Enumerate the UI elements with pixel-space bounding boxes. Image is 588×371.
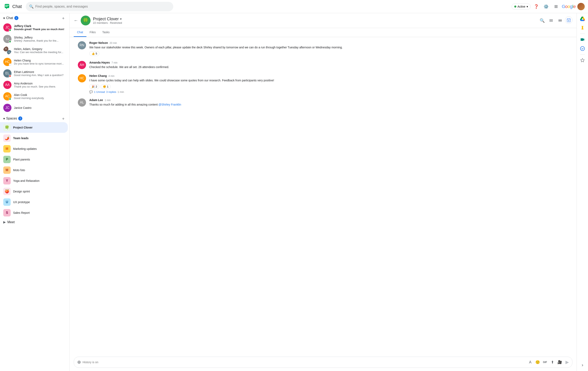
search-bar[interactable]: 🔍 [26, 2, 173, 11]
space-icon-ux-prototype: U [3, 198, 11, 206]
help-button[interactable]: ❓ [532, 2, 540, 11]
rail-divider-2 [580, 54, 585, 55]
header-toggle-sidebar-button[interactable] [547, 16, 555, 25]
chat-badge: 1 [14, 16, 18, 20]
chat-add-button[interactable]: ＋ [60, 15, 66, 21]
video-button[interactable]: 🎥 [556, 359, 563, 365]
tabs: Chat Files Tasks [70, 28, 577, 37]
chat-name-janice: Janice Castro [14, 106, 64, 109]
msg-text-helen: I have some cycles today and can help wi… [89, 78, 568, 83]
space-icon-yoga: Y [3, 177, 11, 185]
tab-tasks[interactable]: Tasks [99, 28, 113, 37]
meet-chevron-icon: ▶ [3, 220, 6, 224]
space-item-marketing[interactable]: M Marketing updates [0, 143, 68, 154]
space-header-name-button[interactable]: Project Clover ▾ [93, 17, 536, 21]
tasks-rail-button[interactable] [578, 44, 587, 53]
msg-header-adam: Adam Lee 1 min [89, 98, 568, 102]
chat-preview-helen-chang: Do you have time to sync tomorrow mori..… [14, 62, 64, 65]
tab-files[interactable]: Files [86, 28, 99, 37]
input-add-button[interactable]: ⊕ [77, 360, 81, 365]
reaction-thumbsup-roger[interactable]: 👍 5 [89, 51, 99, 56]
spaces-badge: 2 [18, 116, 22, 120]
active-dropdown-icon: ▾ [526, 5, 528, 8]
reaction-party-helen[interactable]: 🎉 2 [89, 84, 99, 89]
msg-mention-shirley: @Shirley Franklin [158, 103, 181, 106]
space-name-sales-report: Sales Report [13, 211, 30, 214]
avatar-roger: RN [78, 41, 86, 49]
chat-content-ethan: Ethan Lattimore Good morning Ann. May I … [14, 70, 64, 77]
calendar-app-button[interactable]: 31 [565, 16, 572, 24]
meet-section[interactable]: ▶ Meet [0, 218, 69, 226]
search-input[interactable] [35, 5, 170, 8]
thread-info-helen[interactable]: 💬 1 Unread 3 replies 1 min [89, 90, 568, 93]
search-icon: 🔍 [29, 4, 34, 9]
user-avatar[interactable] [577, 3, 585, 10]
chat-item-shirley-jeffery[interactable]: SJ Shirley, Jeffery Shirley: Awesome, th… [0, 33, 68, 45]
spaces-section-header[interactable]: ▾ Spaces 2 ＋ [0, 114, 69, 122]
space-item-team-leads[interactable]: 🌶️ Team leads [0, 133, 68, 143]
chat-preview-helen-adam: You: Can we reschedule the meeting for..… [14, 51, 64, 54]
expand-rail-button[interactable] [578, 361, 587, 369]
avatar-shirley-jeffery: SJ [3, 35, 11, 43]
upload-button[interactable]: ⬆ [549, 359, 556, 365]
meet-rail-button[interactable] [578, 35, 587, 44]
reaction-bar-helen: 🎉 2 ✊ 1 [89, 84, 568, 89]
back-button[interactable]: ← [74, 18, 78, 23]
space-item-yoga[interactable]: Y Yoga and Relaxation [0, 175, 68, 186]
space-name-ux-prototype: UX prototype [13, 200, 30, 204]
star-rail-button[interactable] [578, 56, 587, 64]
chat-section-header[interactable]: ▾ Chat 1 ＋ [0, 13, 69, 22]
msg-content-roger: Roger Nelson 20 min We have our stakehol… [89, 41, 568, 56]
drive-rail-button[interactable] [578, 15, 587, 23]
chat-item-helen-chang[interactable]: HC Helen Chang Do you have time to sync … [0, 56, 68, 68]
emoji-button[interactable]: 🙂 [534, 359, 541, 365]
space-header-info: Project Clover ▾ 22 members · Restricted [93, 17, 536, 24]
space-item-ux-prototype[interactable]: U UX prototype [0, 197, 68, 207]
reaction-bar-roger: 👍 5 [89, 51, 568, 56]
topbar: Chat 🔍 Active ▾ ❓ ⚙️ Google [0, 0, 588, 13]
send-button[interactable]: ▶ [566, 360, 569, 365]
space-icon-sales-report: S [3, 209, 11, 217]
chat-item-ethan[interactable]: EL Ethan Lattimore Good morning Ann. May… [0, 68, 68, 79]
chat-main: ← 🍀 Project Clover ▾ 22 members · Restri… [70, 13, 577, 371]
settings-button[interactable]: ⚙️ [542, 2, 550, 11]
spaces-add-button[interactable]: ＋ [60, 116, 66, 121]
spaces-section-label: Spaces [6, 117, 17, 120]
message-input[interactable] [83, 360, 525, 364]
keep-rail-button[interactable] [578, 24, 587, 32]
chat-content-jeffery: Jeffery Clark Sounds great! Thank you so… [14, 24, 64, 31]
tab-chat[interactable]: Chat [74, 28, 86, 37]
chat-preview-jeffery: Sounds great! Thank you so much Ann! [14, 28, 64, 31]
chat-item-helen-adam[interactable]: H A Helen, Adam, Gregory You: Can we res… [0, 45, 68, 56]
apps-button[interactable] [552, 2, 560, 11]
space-name-design-sprint: Design sprint [13, 190, 30, 193]
thread-replies: 3 replies [106, 90, 116, 93]
topbar-right: Active ▾ ❓ ⚙️ Google [512, 2, 585, 11]
space-item-project-clover[interactable]: 🍀 Project Clover [0, 122, 68, 133]
app-logo[interactable]: Chat [3, 3, 22, 10]
svg-point-6 [580, 46, 585, 51]
chat-item-amy[interactable]: AA Amy Anderson Thank you so much. See y… [0, 79, 68, 91]
message-helen: HC Helen Chang 4 min I have some cycles … [78, 74, 568, 93]
chat-name-ethan: Ethan Lattimore [14, 70, 64, 74]
space-header-name-text: Project Clover [93, 17, 119, 21]
header-actions: 🔍 31 [538, 16, 572, 25]
msg-time-amanda: 7 min [111, 61, 117, 64]
thread-icon: 💬 [89, 90, 93, 93]
header-menu-button[interactable] [556, 16, 564, 25]
chat-item-jeffery[interactable]: JC Jeffery Clark Sounds great! Thank you… [0, 22, 68, 33]
active-status-button[interactable]: Active ▾ [512, 3, 531, 10]
reaction-fist-helen[interactable]: ✊ 1 [101, 84, 111, 89]
msg-text-roger: We have our stakeholder review this week… [89, 45, 568, 50]
space-item-plant-parents[interactable]: P Plant parents [0, 154, 68, 165]
gif-button[interactable]: GIF [542, 359, 548, 365]
avatar-helen-chang: HC [3, 58, 11, 66]
space-item-design-sprint[interactable]: 🍑 Design sprint [0, 186, 68, 197]
chat-item-janice[interactable]: JC Janice Castro [0, 102, 68, 114]
chat-item-alan[interactable]: AC Alan Cook Good morning everybody. [0, 91, 68, 102]
space-item-moto-foto[interactable]: M Moto foto [0, 165, 68, 175]
space-name-plant-parents: Plant parents [13, 158, 30, 161]
header-search-button[interactable]: 🔍 [538, 16, 546, 25]
format-text-button[interactable]: A [527, 359, 534, 365]
space-item-sales-report[interactable]: S Sales Report [0, 207, 68, 218]
